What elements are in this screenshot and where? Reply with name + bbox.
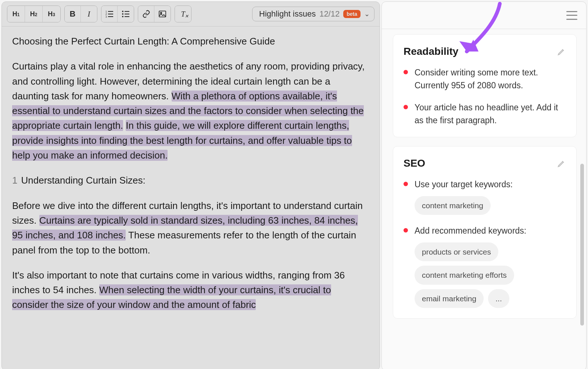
svg-text:1: 1 <box>105 10 107 13</box>
keyword-chip-more[interactable]: ... <box>488 289 509 308</box>
issue-dot-icon <box>404 70 408 74</box>
link-button[interactable] <box>138 6 154 22</box>
ordered-list-button[interactable]: 1 2 3 <box>101 6 118 22</box>
readability-issue: Your article has no headline yet. Add it… <box>404 101 566 127</box>
readability-issue: Consider writing some more text. Current… <box>404 66 566 92</box>
keyword-chip[interactable]: content marketing <box>415 196 491 215</box>
editor-toolbar: H1 H2 H3 B I 1 2 3 <box>2 2 380 26</box>
issue-dot-icon <box>404 105 408 109</box>
issue-dot-icon <box>404 228 408 233</box>
sidebar-topbar <box>382 2 586 29</box>
clear-format-group: T✕ <box>175 6 191 22</box>
link-icon <box>142 10 150 18</box>
chevron-down-icon: ⌄ <box>364 10 370 18</box>
section-1-heading: 1Understanding Curtain Sizes: <box>12 173 369 188</box>
keyword-chip[interactable]: content marketing efforts <box>415 266 514 285</box>
section-1-para-2: It's also important to note that curtain… <box>12 268 369 312</box>
sidebar: Readability Consider writing some more t… <box>381 1 587 369</box>
svg-text:2: 2 <box>105 13 107 15</box>
seo-card: SEO Use your target keywords: content ma… <box>393 146 577 319</box>
unordered-list-icon <box>122 10 130 18</box>
svg-rect-5 <box>108 16 113 17</box>
keyword-chip[interactable]: email marketing <box>415 289 484 308</box>
seo-issue-target-keywords: Use your target keywords: content market… <box>404 178 566 215</box>
menu-icon[interactable] <box>566 11 577 20</box>
document-title: Choosing the Perfect Curtain Length: A C… <box>12 34 369 49</box>
svg-rect-1 <box>108 11 113 12</box>
svg-point-8 <box>122 13 123 15</box>
seo-title: SEO <box>404 157 425 169</box>
svg-rect-3 <box>108 14 113 14</box>
list-group: 1 2 3 <box>101 6 134 22</box>
highlight-issues-label: Highlight issues <box>259 9 316 19</box>
clear-format-button[interactable]: T✕ <box>175 6 191 22</box>
svg-rect-11 <box>125 16 129 17</box>
keyword-chip[interactable]: products or services <box>415 242 498 262</box>
edit-readability-button[interactable] <box>557 47 566 56</box>
sidebar-scroll[interactable]: Readability Consider writing some more t… <box>382 29 586 369</box>
svg-point-6 <box>122 11 123 12</box>
italic-button[interactable]: I <box>81 6 97 22</box>
unordered-list-button[interactable] <box>118 6 134 22</box>
scrollbar-thumb[interactable] <box>580 164 584 326</box>
insert-group <box>138 6 171 22</box>
pencil-icon <box>557 159 566 168</box>
highlight-issues-dropdown[interactable]: Highlight issues 12/12 beta ⌄ <box>252 7 374 21</box>
svg-point-10 <box>122 16 123 17</box>
h3-button[interactable]: H3 <box>43 6 60 22</box>
text-style-group: B I <box>64 6 97 22</box>
svg-rect-9 <box>125 14 129 14</box>
section-1-para-1: Before we dive into the different curtai… <box>12 198 369 258</box>
svg-text:3: 3 <box>105 15 107 18</box>
pencil-icon <box>557 47 566 56</box>
readability-card: Readability Consider writing some more t… <box>393 34 577 137</box>
editor-body[interactable]: Choosing the Perfect Curtain Length: A C… <box>2 26 380 369</box>
h1-button[interactable]: H1 <box>7 6 25 22</box>
seo-issue-recommended-keywords: Add recommended keywords: products or se… <box>404 224 566 308</box>
editor-pane: H1 H2 H3 B I 1 2 3 <box>1 1 380 369</box>
image-button[interactable] <box>154 6 171 22</box>
readability-title: Readability <box>404 46 458 57</box>
issue-dot-icon <box>404 182 408 186</box>
highlight-issues-count: 12/12 <box>319 9 340 19</box>
ordered-list-icon: 1 2 3 <box>105 10 114 18</box>
edit-seo-button[interactable] <box>557 159 566 168</box>
svg-point-13 <box>161 12 162 14</box>
beta-badge: beta <box>343 10 361 18</box>
h2-button[interactable]: H2 <box>25 6 43 22</box>
image-icon <box>158 10 166 18</box>
bold-button[interactable]: B <box>65 6 81 22</box>
svg-rect-7 <box>125 11 129 12</box>
heading-group: H1 H2 H3 <box>7 6 61 22</box>
intro-paragraph: Curtains play a vital role in enhancing … <box>12 59 369 163</box>
